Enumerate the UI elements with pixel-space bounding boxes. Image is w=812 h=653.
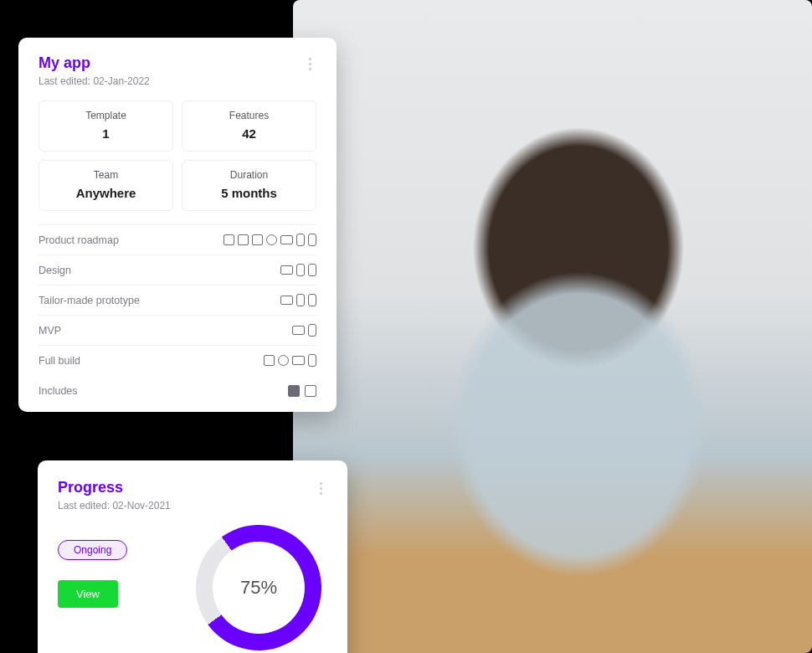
stat-features-value: 42 [189,126,309,141]
stat-duration-label: Duration [189,169,309,181]
feature-label: Full build [39,355,80,367]
background-photo [293,0,812,653]
feature-label: MVP [39,325,61,337]
desktop-icon [280,296,293,305]
platform-icons [264,354,316,367]
include-icon [305,385,316,397]
progress-percent: 75% [240,577,277,599]
watch-icon [308,234,316,246]
mobile-icon [296,234,305,246]
desktop-icon [280,235,293,244]
watch-icon [308,294,316,306]
include-icon [288,385,300,397]
feature-label: Design [39,265,71,276]
platform-icon [264,355,275,366]
progress-card: Progress Last edited: 02-Nov-2021 Ongoin… [38,460,347,653]
platform-icon [224,234,234,245]
stat-team: Team Anywhere [39,160,173,211]
feature-label: Tailor-made prototype [39,295,140,306]
progress-donut-chart: 75% [190,525,327,650]
mobile-icon [308,354,316,367]
platform-icons [292,324,316,337]
feature-list: Product roadmap Design Tailor-made proto… [39,224,316,375]
desktop-icon [292,356,305,365]
feature-label: Product roadmap [39,234,119,246]
desktop-icon [292,326,305,335]
view-button[interactable]: View [58,580,118,608]
stat-features: Features 42 [182,100,316,152]
more-options-icon[interactable] [314,479,327,495]
feature-row-design: Design [39,255,316,285]
stat-template-value: 1 [46,126,166,141]
platform-icons [280,294,316,306]
platform-icon [266,234,277,245]
platform-icon [278,355,289,366]
feature-row-prototype: Tailor-made prototype [39,285,316,316]
feature-row-fullbuild: Full build [39,346,316,375]
mobile-icon [296,264,305,276]
app-last-edited: Last edited: 02-Jan-2022 [39,75,150,87]
platform-icons [280,264,316,276]
stat-team-label: Team [46,169,166,181]
mobile-icon [308,324,316,337]
stat-duration: Duration 5 months [182,160,316,211]
feature-row-roadmap: Product roadmap [39,225,316,255]
includes-row: Includes [39,375,316,397]
stat-team-value: Anywhere [46,186,166,200]
feature-row-mvp: MVP [39,316,316,346]
includes-label: Includes [39,385,78,397]
stat-template: Template 1 [39,100,173,152]
progress-last-edited: Last edited: 02-Nov-2021 [58,500,171,512]
platform-icon [238,234,249,245]
status-badge: Ongoing [58,540,127,560]
desktop-icon [280,265,293,275]
stat-features-label: Features [189,110,309,121]
stat-template-label: Template [46,110,166,121]
platform-icons [224,234,316,246]
progress-title: Progress [58,479,171,496]
more-options-icon[interactable] [303,54,316,70]
watch-icon [308,264,316,276]
app-title: My app [39,54,150,72]
stat-duration-value: 5 months [189,186,309,200]
platform-icon [252,234,263,245]
mobile-icon [296,294,305,306]
app-summary-card: My app Last edited: 02-Jan-2022 Template… [18,38,337,412]
